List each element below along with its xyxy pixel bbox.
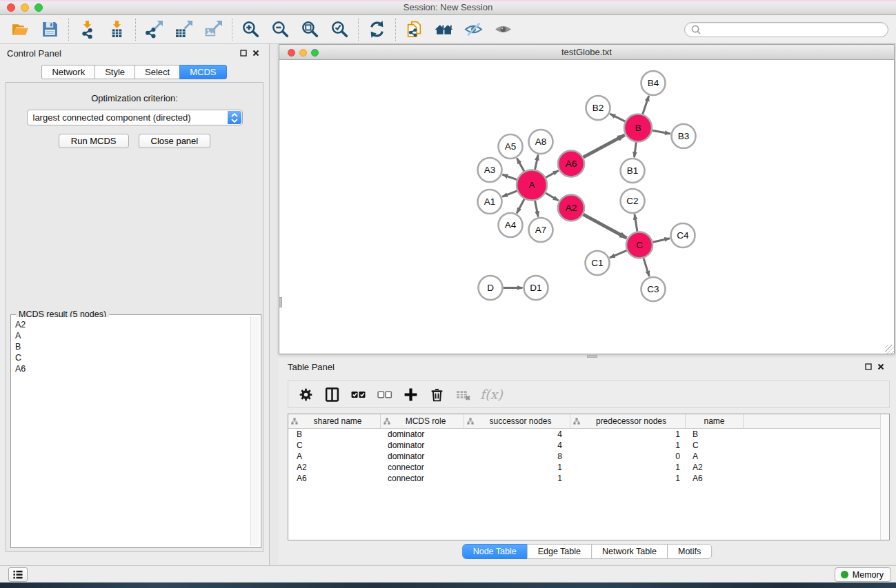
table-cell[interactable]: 8	[464, 452, 570, 461]
graph-edge-A-A1[interactable]	[502, 191, 517, 197]
table-row[interactable]: Cdominator41C	[288, 440, 889, 451]
table-row[interactable]: A6connector11A6	[288, 473, 889, 484]
graph-edge-A-A8[interactable]	[535, 155, 539, 170]
graph-edge-C-C1[interactable]	[610, 250, 627, 258]
graph-node-B1[interactable]: B1	[621, 159, 645, 183]
table-cell[interactable]: dominator	[381, 429, 464, 439]
zoom-out-button[interactable]	[266, 17, 295, 42]
table-cell[interactable]: C	[288, 440, 381, 450]
export-image-button[interactable]	[199, 17, 228, 42]
table-cell[interactable]: A2	[686, 463, 744, 472]
graph-node-A5[interactable]: A5	[499, 134, 523, 159]
save-session-button[interactable]	[35, 17, 65, 42]
refresh-layout-button[interactable]	[362, 17, 392, 42]
show-columns-button[interactable]	[319, 383, 345, 405]
close-panel-button[interactable]: Close panel	[139, 134, 211, 148]
home-levels-button[interactable]	[429, 17, 459, 42]
column-header-name[interactable]: name	[686, 414, 744, 428]
table-cell[interactable]: 0	[570, 452, 686, 461]
table-cell[interactable]: 4	[464, 429, 570, 439]
graph-node-A[interactable]: A	[517, 170, 547, 201]
table-cell[interactable]: 1	[570, 429, 686, 439]
graph-edge-A-A3[interactable]	[502, 174, 517, 180]
column-header-predecessor-nodes[interactable]: predecessor nodes	[570, 414, 686, 428]
graph-edge-A6-B[interactable]	[584, 135, 625, 157]
graph-edge-B-B3[interactable]	[653, 130, 670, 134]
table-cell[interactable]: A6	[686, 474, 744, 483]
clone-network-button[interactable]	[399, 17, 429, 42]
select-all-button[interactable]	[345, 383, 371, 405]
table-cell[interactable]: A6	[288, 474, 381, 483]
tab-motifs[interactable]: Motifs	[667, 544, 712, 559]
show-graphics-details-button[interactable]	[488, 17, 518, 42]
graph-node-C3[interactable]: C3	[641, 277, 666, 301]
graph-node-A2[interactable]: A2	[558, 195, 584, 221]
export-table-button[interactable]	[169, 17, 199, 42]
import-table-button[interactable]	[102, 17, 132, 42]
table-cell[interactable]: 1	[570, 463, 686, 472]
canvas-left-grip[interactable]	[279, 297, 282, 307]
graph-edge-C-C4[interactable]	[653, 239, 670, 243]
graph-edge-B-B2[interactable]	[610, 114, 625, 121]
graph-node-A6[interactable]: A6	[558, 151, 584, 177]
tab-node-table[interactable]: Node Table	[462, 544, 528, 559]
table-cell[interactable]: connector	[381, 474, 464, 483]
graph-edge-C-C3[interactable]	[644, 258, 649, 276]
network-graph[interactable]: B4B2BB3A5A8A6A3B1AA1C2A2A4A7CC4C1C3DD1	[279, 60, 894, 354]
criterion-dropdown[interactable]: largest connected component (directed)	[27, 110, 243, 125]
table-cell[interactable]: A	[288, 452, 381, 461]
zoom-in-button[interactable]	[236, 17, 266, 42]
delete-table-button[interactable]	[450, 383, 476, 405]
graph-node-A7[interactable]: A7	[529, 218, 553, 242]
graph-edge-A-A4[interactable]	[517, 199, 524, 214]
unselect-all-button[interactable]	[371, 383, 397, 405]
table-cell[interactable]: B	[686, 429, 744, 439]
table-cell[interactable]: 1	[464, 463, 570, 472]
graph-node-B[interactable]: B	[624, 114, 652, 142]
table-cell[interactable]: A2	[288, 463, 381, 472]
export-network-button[interactable]	[139, 17, 169, 42]
table-close-icon[interactable]	[875, 361, 887, 372]
task-history-button[interactable]	[8, 567, 28, 582]
tab-select[interactable]: Select	[135, 65, 180, 79]
graph-edge-B-B1[interactable]	[635, 142, 637, 157]
graph-node-C[interactable]: C	[626, 232, 653, 258]
table-cell[interactable]: 4	[464, 440, 570, 450]
table-row[interactable]: Adominator80A	[288, 451, 889, 462]
graph-node-A8[interactable]: A8	[529, 130, 553, 154]
apply-function-button[interactable]: f(x)	[476, 387, 507, 402]
graph-node-D1[interactable]: D1	[524, 276, 548, 300]
table-cell[interactable]: dominator	[381, 440, 464, 450]
table-scrollbar[interactable]	[880, 414, 889, 540]
zoom-fit-button[interactable]	[295, 17, 325, 42]
result-item[interactable]: C	[15, 352, 250, 363]
graph-node-C1[interactable]: C1	[586, 251, 610, 275]
column-header-shared-name[interactable]: shared name	[288, 414, 381, 428]
float-panel-icon[interactable]	[237, 48, 250, 59]
network-window-titlebar[interactable]: testGlobe.txt	[279, 44, 895, 60]
graph-node-A4[interactable]: A4	[499, 213, 523, 237]
result-item[interactable]: A6	[15, 363, 250, 374]
add-row-button[interactable]	[397, 383, 424, 405]
import-network-button[interactable]	[72, 17, 102, 42]
close-panel-icon[interactable]	[250, 48, 262, 59]
graph-edge-A2-C[interactable]	[584, 214, 627, 238]
tab-style[interactable]: Style	[94, 65, 135, 79]
graph-node-B2[interactable]: B2	[586, 96, 610, 120]
graph-node-D[interactable]: D	[479, 276, 503, 300]
network-canvas[interactable]: B4B2BB3A5A8A6A3B1AA1C2A2A4A7CC4C1C3DD1	[279, 60, 895, 354]
graph-node-B3[interactable]: B3	[672, 124, 696, 148]
table-row[interactable]: A2connector11A2	[288, 462, 889, 473]
tab-mcds[interactable]: MCDS	[179, 65, 226, 79]
graph-node-A1[interactable]: A1	[478, 190, 502, 214]
table-cell[interactable]: 1	[570, 440, 686, 450]
graph-node-C2[interactable]: C2	[621, 189, 645, 213]
column-header-MCDS-role[interactable]: MCDS role	[381, 414, 464, 428]
column-header-successor-nodes[interactable]: successor nodes	[464, 414, 570, 428]
tab-network-table[interactable]: Network Table	[591, 544, 668, 559]
memory-button[interactable]: Memory	[835, 567, 891, 582]
graph-edge-A-A6[interactable]	[546, 171, 558, 178]
tab-network[interactable]: Network	[41, 65, 95, 79]
table-cell[interactable]: C	[686, 440, 744, 450]
graph-node-B4[interactable]: B4	[641, 71, 666, 95]
